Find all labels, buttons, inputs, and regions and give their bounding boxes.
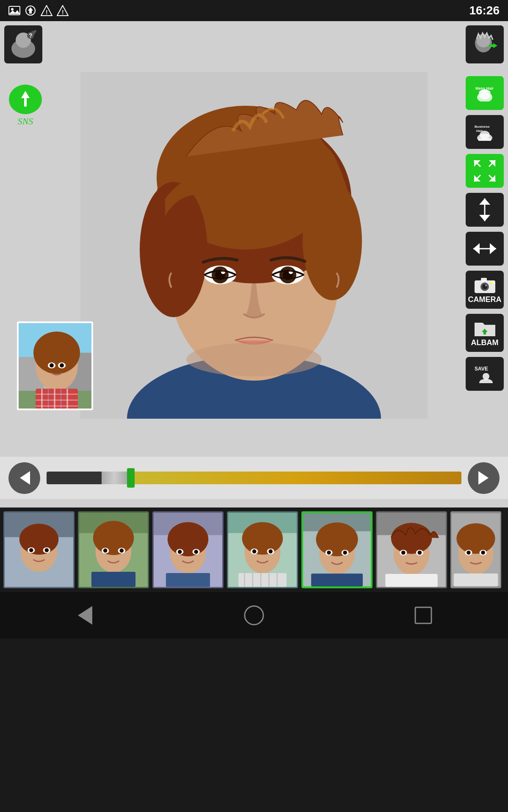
- svg-point-148: [401, 551, 406, 555]
- svg-text:!: !: [46, 9, 48, 16]
- back-button[interactable]: [68, 598, 102, 632]
- svg-point-153: [456, 523, 495, 554]
- svg-point-157: [481, 551, 485, 555]
- svg-point-99: [29, 548, 33, 552]
- svg-point-104: [93, 521, 134, 555]
- vertical-adjust-button[interactable]: [466, 193, 504, 227]
- thumbnail-item-4[interactable]: [227, 511, 298, 588]
- navigation-bar: [0, 592, 508, 639]
- main-photo-area: ? SNS: [0, 21, 508, 457]
- svg-rect-85: [481, 278, 487, 281]
- svg-rect-127: [238, 573, 287, 587]
- right-buttons-panel: Mens Hair Business Hair: [466, 76, 504, 391]
- svg-point-117: [194, 550, 198, 554]
- album-button[interactable]: ALBAM: [466, 314, 504, 352]
- svg-point-139: [327, 551, 331, 555]
- thumbnail-small-svg: [19, 323, 93, 410]
- gray-spacer: [0, 499, 508, 508]
- thumbnail-item-1[interactable]: [3, 511, 75, 588]
- svg-rect-109: [91, 572, 135, 587]
- svg-point-107: [103, 549, 108, 553]
- sns-upload-button[interactable]: SNS: [6, 85, 44, 127]
- help-button[interactable]: ?: [4, 25, 42, 63]
- svg-marker-4: [28, 7, 33, 14]
- slider-gold-segment: [135, 472, 461, 484]
- svg-marker-19: [21, 91, 30, 107]
- status-time: 16:26: [469, 4, 500, 17]
- thumbnail-item-2[interactable]: [78, 511, 149, 588]
- thumbnail-item-6[interactable]: [376, 511, 447, 588]
- svg-point-149: [417, 551, 422, 555]
- slider-area: [0, 457, 508, 499]
- svg-marker-80: [490, 243, 496, 254]
- svg-point-65: [480, 131, 490, 139]
- svg-point-1: [11, 8, 14, 11]
- face-svg: [80, 72, 428, 419]
- warning-status-icon-2: !: [57, 5, 69, 16]
- svg-marker-91: [20, 471, 30, 485]
- slider-dark-segment: [47, 472, 102, 484]
- camera-button[interactable]: CAMERA: [466, 271, 504, 309]
- slider-prev-button[interactable]: [8, 462, 40, 494]
- status-icons-left: ! !: [8, 5, 69, 16]
- svg-marker-77: [479, 215, 490, 221]
- recent-apps-button[interactable]: [406, 598, 440, 632]
- sns-circle-icon: [9, 85, 42, 114]
- svg-rect-66: [478, 138, 491, 141]
- svg-point-90: [483, 373, 489, 380]
- svg-point-125: [252, 549, 257, 554]
- business-hair-button[interactable]: Business Hair: [466, 115, 504, 149]
- upload-status-icon: [25, 5, 36, 16]
- svg-rect-141: [311, 573, 363, 586]
- svg-text:?: ?: [29, 32, 33, 39]
- svg-text:Business: Business: [475, 125, 490, 129]
- thumbnail-item-5[interactable]: [301, 511, 373, 588]
- home-button[interactable]: [237, 598, 271, 632]
- svg-point-116: [178, 550, 182, 554]
- svg-marker-2: [9, 10, 20, 14]
- svg-point-84: [485, 285, 487, 286]
- slider-track[interactable]: [47, 469, 461, 487]
- svg-point-113: [168, 522, 208, 556]
- svg-point-108: [119, 549, 124, 553]
- thumbnail-strip: [0, 508, 508, 592]
- hairstyle-detail-button[interactable]: [466, 25, 504, 63]
- svg-point-96: [19, 524, 59, 554]
- svg-point-45: [33, 332, 80, 374]
- save-button[interactable]: SAVE: [466, 357, 504, 391]
- svg-text:!: !: [62, 9, 64, 16]
- slider-next-button[interactable]: [468, 462, 500, 494]
- svg-rect-161: [415, 607, 431, 623]
- thumbnail-overlay: [17, 321, 93, 410]
- expand-button[interactable]: [466, 154, 504, 188]
- mens-hair-button[interactable]: Mens Hair: [466, 76, 504, 110]
- svg-point-140: [343, 551, 347, 555]
- image-status-icon: [8, 5, 20, 16]
- thumbnail-item-3[interactable]: [152, 511, 224, 588]
- svg-marker-159: [78, 606, 92, 625]
- svg-text:SAVE: SAVE: [475, 366, 488, 372]
- svg-marker-92: [478, 471, 489, 485]
- sns-label: SNS: [18, 116, 33, 127]
- svg-point-13: [34, 30, 36, 33]
- svg-point-136: [316, 522, 358, 556]
- svg-rect-118: [166, 573, 210, 587]
- camera-label: CAMERA: [468, 295, 502, 304]
- svg-point-38: [186, 343, 322, 376]
- main-photo-display: [51, 72, 457, 419]
- svg-point-58: [60, 363, 64, 368]
- svg-rect-158: [454, 573, 498, 586]
- svg-point-126: [268, 549, 273, 554]
- status-bar: ! ! 16:26: [0, 0, 508, 21]
- thumbnail-item-7[interactable]: [450, 511, 501, 588]
- warning-status-icon-1: !: [41, 5, 52, 16]
- slider-silver-segment: [102, 472, 127, 484]
- svg-rect-150: [385, 574, 437, 587]
- svg-point-156: [467, 551, 471, 555]
- svg-point-57: [50, 363, 54, 368]
- slider-handle[interactable]: [127, 468, 135, 488]
- svg-rect-18: [489, 44, 494, 47]
- horizontal-adjust-button[interactable]: [466, 232, 504, 266]
- svg-point-122: [242, 522, 283, 554]
- svg-point-100: [45, 548, 49, 552]
